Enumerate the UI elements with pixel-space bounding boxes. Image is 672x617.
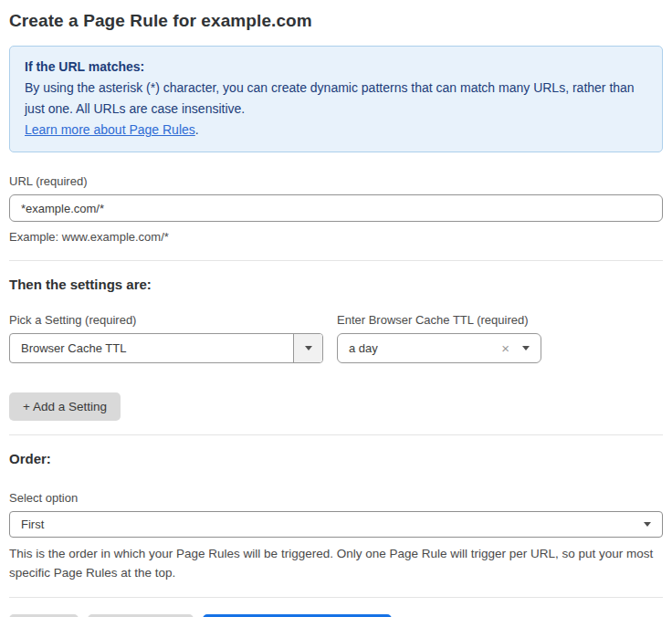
setting-picker-select[interactable]: Browser Cache TTL xyxy=(9,333,323,363)
setting-picker-label: Pick a Setting (required) xyxy=(9,313,323,327)
url-example-hint: Example: www.example.com/* xyxy=(9,230,663,244)
url-field-label: URL (required) xyxy=(9,174,663,188)
ttl-picker-column: Enter Browser Cache TTL (required) a day… xyxy=(337,313,541,363)
section-divider xyxy=(9,260,663,261)
order-select[interactable]: First xyxy=(9,511,663,538)
section-divider xyxy=(9,434,663,435)
chevron-down-icon xyxy=(644,522,651,527)
add-setting-button[interactable]: + Add a Setting xyxy=(9,392,121,421)
url-match-info-box: If the URL matches: By using the asteris… xyxy=(9,46,663,152)
info-box-body: By using the asterisk (*) character, you… xyxy=(25,78,647,120)
order-section-heading: Order: xyxy=(9,451,663,466)
page-rule-form: Create a Page Rule for example.com If th… xyxy=(0,0,672,617)
ttl-picker-value: a day xyxy=(338,341,501,355)
info-box-heading: If the URL matches: xyxy=(25,57,647,78)
link-suffix-text: . xyxy=(195,122,199,137)
learn-more-link[interactable]: Learn more about Page Rules xyxy=(25,122,195,137)
settings-section-heading: Then the settings are: xyxy=(9,277,663,292)
clear-selection-icon[interactable]: × xyxy=(501,340,509,356)
setting-picker-dropdown-button[interactable] xyxy=(293,334,322,362)
order-select-value: First xyxy=(10,518,644,531)
info-box-link-row: Learn more about Page Rules. xyxy=(25,120,647,141)
setting-picker-column: Pick a Setting (required) Browser Cache … xyxy=(9,313,323,363)
order-select-label: Select option xyxy=(9,491,663,505)
settings-row: Pick a Setting (required) Browser Cache … xyxy=(9,313,663,363)
chevron-down-icon xyxy=(305,346,312,350)
ttl-picker-label: Enter Browser Cache TTL (required) xyxy=(337,313,541,327)
url-input[interactable] xyxy=(9,194,663,222)
footer-divider xyxy=(9,597,663,598)
chevron-down-icon xyxy=(522,346,530,350)
order-description: This is the order in which your Page Rul… xyxy=(9,544,663,582)
ttl-picker-select[interactable]: a day × xyxy=(337,333,541,363)
setting-picker-value: Browser Cache TTL xyxy=(10,341,293,355)
page-title: Create a Page Rule for example.com xyxy=(9,11,663,31)
